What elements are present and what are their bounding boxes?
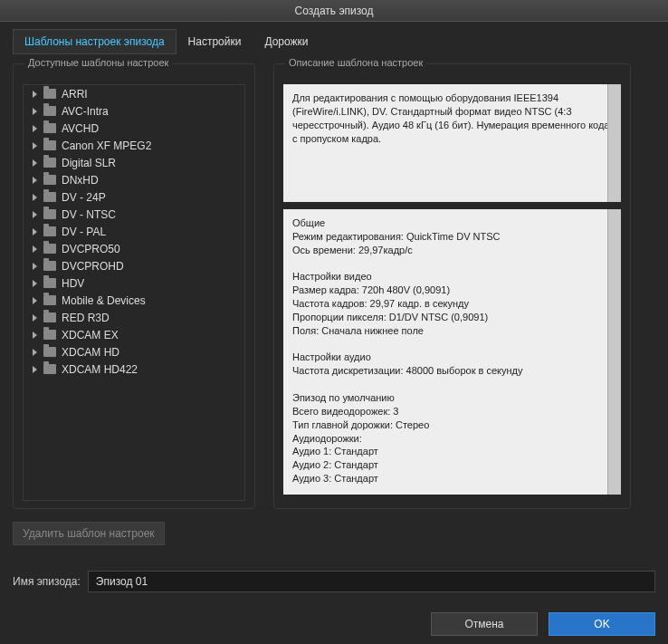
window-title-bar: Создать эпизод	[0, 0, 668, 22]
preset-folder-label: DNxHD	[62, 174, 99, 187]
available-presets-label: Доступные шаблоны настроек	[24, 57, 172, 68]
sequence-name-input[interactable]	[88, 571, 655, 592]
preset-folder[interactable]: XDCAM HD422	[24, 360, 244, 378]
preset-folder-label: XDCAM EX	[62, 329, 119, 341]
chevron-right-icon[interactable]	[33, 194, 37, 201]
folder-icon	[43, 89, 56, 99]
chevron-right-icon[interactable]	[33, 314, 37, 322]
preset-folder[interactable]: AVC-Intra	[24, 102, 244, 120]
chevron-right-icon[interactable]	[33, 177, 37, 184]
preset-folder-label: DV - PAL	[62, 226, 106, 238]
preset-folder[interactable]: DVCPROHD	[24, 257, 244, 274]
tab-settings[interactable]: Настройки	[177, 29, 253, 54]
preset-folder-label: XDCAM HD422	[62, 363, 138, 376]
tab-presets[interactable]: Шаблоны настроек эпизода	[13, 29, 177, 54]
preset-tree[interactable]: ARRIAVC-IntraAVCHDCanon XF MPEG2Digital …	[23, 84, 245, 501]
preset-folder-label: HDV	[62, 277, 84, 290]
preset-folder-label: DV - NTSC	[62, 208, 116, 221]
preset-folder-label: DVCPROHD	[62, 260, 124, 273]
preset-folder-label: AVCHD	[62, 122, 99, 135]
chevron-right-icon[interactable]	[33, 159, 37, 167]
chevron-right-icon[interactable]	[33, 228, 37, 235]
tab-bar: Шаблоны настроек эпизода Настройки Дорож…	[13, 29, 655, 54]
folder-icon	[43, 226, 56, 236]
chevron-right-icon[interactable]	[33, 332, 37, 339]
preset-folder[interactable]: Mobile & Devices	[24, 292, 244, 309]
folder-icon	[43, 278, 56, 288]
cancel-button[interactable]: Отмена	[431, 612, 538, 636]
preset-details: Общие Режим редактирования: QuickTime DV…	[283, 209, 621, 495]
chevron-right-icon[interactable]	[33, 297, 37, 304]
chevron-right-icon[interactable]	[33, 349, 37, 356]
folder-icon	[43, 209, 56, 219]
folder-icon	[43, 295, 56, 305]
folder-icon	[43, 106, 56, 116]
preset-folder[interactable]: RED R3D	[24, 309, 244, 326]
folder-icon	[43, 140, 56, 150]
folder-icon	[43, 330, 56, 340]
preset-folder[interactable]: DV - NTSC	[24, 206, 244, 223]
preset-folder-label: RED R3D	[62, 312, 110, 324]
chevron-right-icon[interactable]	[33, 366, 37, 373]
preset-folder[interactable]: DV - 24P	[24, 188, 244, 206]
preset-folder-label: DVCPRO50	[62, 243, 120, 255]
folder-icon	[43, 244, 56, 254]
preset-folder[interactable]: XDCAM HD	[24, 343, 244, 360]
chevron-right-icon[interactable]	[33, 245, 37, 253]
chevron-right-icon[interactable]	[33, 108, 37, 115]
preset-folder[interactable]: Digital SLR	[24, 154, 244, 171]
preset-folder[interactable]: ARRI	[24, 85, 244, 102]
preset-folder-label: XDCAM HD	[62, 346, 119, 359]
ok-button[interactable]: OK	[549, 612, 655, 636]
delete-preset-button[interactable]: Удалить шаблон настроек	[13, 522, 165, 545]
folder-icon	[43, 192, 56, 202]
tab-tracks[interactable]: Дорожки	[253, 29, 320, 54]
folder-icon	[43, 347, 56, 357]
sequence-name-label: Имя эпизода:	[13, 575, 81, 588]
preset-description-panel: Описание шаблона настроек Для редактиров…	[273, 63, 631, 509]
available-presets-panel: Доступные шаблоны настроек ARRIAVC-Intra…	[13, 63, 255, 509]
folder-icon	[43, 158, 56, 168]
chevron-right-icon[interactable]	[33, 263, 37, 270]
preset-folder-label: DV - 24P	[62, 191, 106, 204]
preset-folder[interactable]: AVCHD	[24, 120, 244, 137]
preset-folder[interactable]: HDV	[24, 274, 244, 292]
folder-icon	[43, 123, 56, 133]
folder-icon	[43, 312, 56, 322]
preset-folder-label: AVC-Intra	[62, 105, 109, 118]
preset-summary: Для редактирования с помощью оборудовани…	[283, 84, 621, 202]
folder-icon	[43, 364, 56, 374]
preset-folder[interactable]: Canon XF MPEG2	[24, 137, 244, 154]
preset-folder[interactable]: DVCPRO50	[24, 240, 244, 257]
preset-folder[interactable]: XDCAM EX	[24, 326, 244, 343]
window-title: Создать эпизод	[294, 5, 373, 17]
chevron-right-icon[interactable]	[33, 142, 37, 149]
chevron-right-icon[interactable]	[33, 280, 37, 287]
folder-icon	[43, 175, 56, 185]
chevron-right-icon[interactable]	[33, 211, 37, 218]
chevron-right-icon[interactable]	[33, 125, 37, 132]
folder-icon	[43, 261, 56, 271]
preset-folder-label: Digital SLR	[62, 157, 116, 169]
preset-folder-label: ARRI	[62, 88, 88, 101]
preset-folder[interactable]: DNxHD	[24, 171, 244, 188]
chevron-right-icon[interactable]	[33, 91, 37, 98]
preset-folder-label: Canon XF MPEG2	[62, 139, 151, 152]
preset-description-label: Описание шаблона настроек	[285, 57, 426, 68]
preset-folder[interactable]: DV - PAL	[24, 223, 244, 240]
preset-folder-label: Mobile & Devices	[62, 294, 146, 307]
